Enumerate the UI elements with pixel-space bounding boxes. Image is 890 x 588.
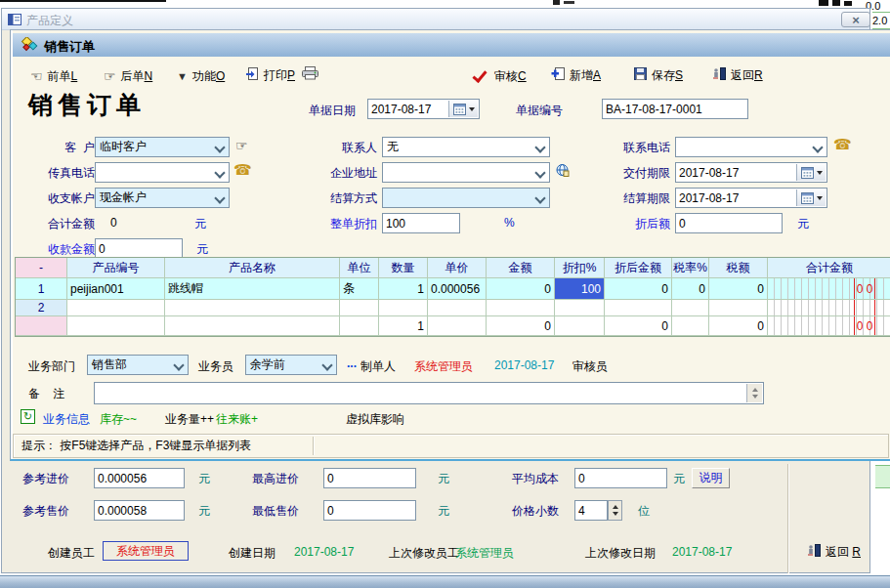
avg-cost-input[interactable] — [574, 468, 667, 488]
total-qty: 1 — [379, 316, 428, 336]
table-row: 1 peijian001 跳线帽 条 1 0.000056 0 100 0 0 … — [16, 278, 890, 300]
sum-value: 0 — [110, 216, 117, 230]
decimals-input[interactable] — [574, 500, 608, 521]
auditor-label: 审核员 — [572, 358, 608, 375]
calendar-dropdown-button[interactable] — [796, 189, 826, 206]
chevron-down-icon — [173, 359, 184, 370]
selected-cell[interactable]: 100 — [555, 278, 605, 300]
settle-date-field[interactable]: 2017-08-17 — [675, 188, 827, 208]
refresh-icon[interactable]: ↻ — [21, 409, 35, 424]
total-amount: 0 — [487, 316, 555, 336]
globe-icon[interactable] — [556, 163, 570, 180]
hand-right-icon: ☞ — [104, 69, 116, 83]
table-header-row: - 产品编号 产品名称 单位 数量 单价 金额 折扣% 折后金额 税率% 税额 … — [16, 258, 890, 278]
yuan-unit: 元 — [198, 471, 210, 487]
items-table: - 产品编号 产品名称 单位 数量 单价 金额 折扣% 折后金额 税率% 税额 … — [15, 257, 890, 337]
account-combo[interactable]: 现金帐户 — [95, 188, 230, 208]
remark-scroll-buttons[interactable] — [746, 384, 762, 402]
customer-combo[interactable]: 临时客户 — [95, 137, 230, 157]
chevron-down-icon — [321, 359, 332, 370]
functions-button[interactable]: ▼ 功能O — [177, 66, 225, 86]
virtual-stock-link[interactable]: 虚拟库影响 — [346, 411, 404, 428]
dept-combo[interactable]: 销售部 — [87, 355, 189, 375]
maker-label: 制单人 — [360, 358, 396, 375]
amount-digit-grid[interactable] — [768, 300, 890, 316]
volume-link[interactable]: 业务量++ — [165, 411, 214, 428]
order-window-title: 销售订单 — [44, 38, 95, 56]
order-window-icon — [21, 37, 40, 56]
next-order-button[interactable]: ☞ 后单N — [104, 66, 152, 86]
discount-unit: % — [504, 216, 515, 230]
receipt-input[interactable] — [95, 238, 183, 259]
after-discount-unit: 元 — [797, 216, 809, 232]
fax-phone-icon[interactable]: ☎ — [233, 162, 252, 177]
save-button[interactable]: 保存S — [634, 65, 683, 85]
amount-digit-grid[interactable]: 0 0 — [768, 278, 890, 300]
new-doc-icon — [551, 67, 565, 83]
address-combo[interactable] — [382, 162, 550, 183]
doc-no-input[interactable] — [602, 99, 748, 119]
audit-button[interactable]: 审核C — [473, 66, 527, 86]
modified-by-value: 系统管理员 — [455, 545, 514, 562]
phone-combo[interactable] — [675, 137, 827, 157]
background-fragment-value: 2.0 — [872, 15, 887, 26]
chevron-down-icon — [534, 142, 545, 152]
customer-pick-icon[interactable]: ☞ — [235, 139, 248, 152]
ref-sell-input[interactable] — [94, 500, 185, 521]
prev-order-button[interactable]: ☜ 前单L — [30, 66, 77, 86]
add-button[interactable]: 新增A — [551, 65, 601, 85]
calendar-dropdown-button[interactable] — [796, 164, 826, 181]
stock-link[interactable]: 库存~~ — [100, 411, 137, 428]
created-date-label: 创建日期 — [229, 545, 275, 562]
decimals-stepper[interactable] — [608, 500, 622, 521]
more-button[interactable]: ... — [347, 357, 357, 370]
avg-cost-label: 平均成本 — [512, 471, 559, 487]
explain-button[interactable]: 说明 — [692, 468, 730, 488]
contact-combo[interactable]: 无 — [382, 137, 550, 157]
discount-label: 整单折扣 — [318, 216, 377, 232]
min-sell-input[interactable] — [323, 500, 416, 521]
calendar-dropdown-button[interactable] — [448, 101, 478, 117]
chevron-down-icon — [812, 142, 823, 152]
panel-divider — [787, 464, 788, 573]
hand-left-icon: ☜ — [30, 69, 43, 83]
printer-icon[interactable] — [302, 66, 318, 83]
chevron-down-icon — [214, 142, 225, 152]
ledger-link[interactable]: 往来账+ — [216, 411, 258, 428]
sum-label: 合计金额 — [28, 216, 95, 232]
maker-value: 系统管理员 — [414, 358, 473, 375]
max-buy-input[interactable] — [323, 468, 416, 488]
total-tax: 0 — [709, 316, 768, 336]
form-title: 销售订单 — [28, 89, 146, 121]
print-button[interactable]: 打印P — [245, 65, 295, 85]
calendar-icon — [801, 192, 814, 204]
deliver-date-field[interactable]: 2017-08-17 — [675, 162, 827, 183]
doc-date-field[interactable]: 2017-08-17 — [367, 99, 480, 119]
print-doc-icon — [245, 67, 259, 84]
remark-input[interactable] — [94, 382, 764, 404]
after-discount-input[interactable] — [675, 213, 783, 233]
decimals-label: 价格小数 — [512, 503, 559, 520]
status-divider — [313, 437, 314, 455]
discount-input[interactable] — [382, 213, 460, 233]
window-title: 产品定义 — [26, 13, 73, 29]
remark-label: 备 注 — [28, 386, 64, 402]
return-button[interactable]: 返回R — [712, 65, 763, 85]
phone-icon[interactable]: ☎ — [833, 137, 852, 151]
deliver-label: 交付期限 — [612, 165, 670, 182]
fax-combo[interactable] — [95, 162, 230, 183]
salesman-combo[interactable]: 余学前 — [245, 355, 337, 375]
ref-buy-input[interactable] — [94, 468, 185, 488]
hint-text: 提示： 按F5键选择产品，F3键显示单据列表 — [14, 438, 251, 454]
paytype-combo[interactable] — [382, 188, 550, 208]
after-discount-label: 折后额 — [612, 216, 670, 232]
business-info-link[interactable]: 业务信息 — [43, 411, 90, 428]
window-icon — [8, 14, 21, 28]
close-button[interactable]: × — [841, 12, 870, 27]
ref-sell-label: 参考售价 — [22, 503, 69, 520]
receipt-label: 收款金额 — [28, 241, 95, 258]
doc-date-label: 单据日期 — [309, 103, 356, 119]
return-button-bottom[interactable]: 返回 R — [807, 542, 861, 562]
table-row: 2 — [16, 300, 890, 316]
modified-date-label: 上次修改日期 — [585, 545, 656, 562]
